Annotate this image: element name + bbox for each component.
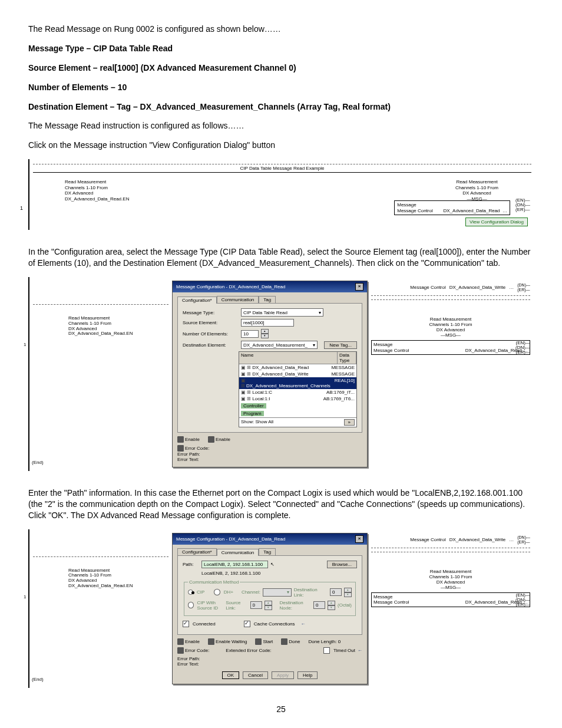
tab-configuration-2[interactable]: Configuration* bbox=[177, 548, 217, 555]
fig1-message-box: Message Message Control DX_Advanced_Data… bbox=[394, 200, 510, 215]
apply-button[interactable]: Apply bbox=[272, 671, 294, 679]
tab-communication-2[interactable]: Communication bbox=[217, 549, 259, 556]
message-type-label: Message Type: bbox=[183, 310, 239, 315]
expand-button[interactable]: » bbox=[344, 419, 355, 426]
num-elements-label: Number Of Elements: bbox=[183, 331, 239, 337]
msg-control-label: Message Control bbox=[410, 285, 445, 290]
paragraph-5: Enter the "Path" information. In this ca… bbox=[28, 487, 534, 521]
help-button[interactable]: Help bbox=[297, 671, 318, 679]
cip-src-radio[interactable] bbox=[188, 602, 194, 608]
close-icon[interactable]: × bbox=[355, 535, 363, 543]
figure-ladder-1: CIP Data Table Message Read Example 1 Re… bbox=[28, 159, 534, 230]
dialog-title: Message Configuration - DX_Advanced_Data… bbox=[176, 284, 285, 289]
num-elements-input[interactable] bbox=[241, 330, 259, 338]
dialog-title-2: Message Configuration - DX_Advanced_Data… bbox=[176, 536, 285, 542]
fig1-status-flags: (EN)—(DN)—(ER)— bbox=[515, 198, 530, 212]
tab-communication[interactable]: Communication bbox=[217, 296, 259, 303]
cache-checkbox[interactable] bbox=[244, 621, 250, 627]
spec-line-4: Destination Element – Tag – DX_Advanced_… bbox=[28, 101, 534, 113]
src-link-input[interactable] bbox=[250, 601, 262, 609]
message-type-select[interactable]: CIP Data Table Read▾ bbox=[241, 308, 323, 317]
message-config-dialog-2: Message Configuration - DX_Advanced_Data… bbox=[172, 533, 368, 684]
rung-number: 1 bbox=[20, 205, 23, 211]
view-config-dialog-button[interactable]: View Configuration Dialog bbox=[465, 218, 528, 226]
rung-number-3: 1 bbox=[24, 594, 26, 599]
timed-out-checkbox[interactable] bbox=[323, 647, 330, 654]
fig1-left-note: Read Measurement Channels 1-10 From DX A… bbox=[65, 179, 129, 202]
fig1-right-note: Read Measurement Channels 1-10 From DX A… bbox=[455, 179, 498, 202]
dest-element-label: Destination Element: bbox=[183, 342, 239, 348]
tag-row-selected[interactable]: ▣ ⊞DX_Advanced_Measurement_ChannelsREAL[… bbox=[239, 377, 356, 389]
arrow-icon: ← bbox=[301, 621, 306, 627]
new-tag-button[interactable]: New Tag... bbox=[324, 341, 357, 349]
tab-tag[interactable]: Tag bbox=[259, 296, 276, 303]
path-echo: LocalENB, 2, 192.168.1.100 bbox=[201, 571, 357, 576]
chevron-down-icon: ▾ bbox=[319, 310, 321, 315]
side-note: Read Measurement Channels 1-10 From DX A… bbox=[371, 317, 530, 338]
rung-end: (End) bbox=[32, 460, 44, 465]
chevron-down-icon: ▾ bbox=[313, 342, 315, 348]
tab-tag-2[interactable]: Tag bbox=[259, 548, 276, 555]
dest-link-input[interactable] bbox=[330, 588, 342, 596]
browse-button[interactable]: Browse... bbox=[327, 561, 357, 568]
ok-button[interactable]: OK bbox=[222, 671, 240, 679]
connected-checkbox[interactable] bbox=[183, 621, 189, 627]
fig2-left-note: Read Measurement Channels 1-10 From DX A… bbox=[68, 316, 133, 337]
dest-node-input[interactable] bbox=[313, 601, 325, 609]
path-input[interactable] bbox=[201, 561, 268, 568]
tab-configuration[interactable]: Configuration* bbox=[177, 297, 217, 304]
fig1-title: CIP Data Table Message Read Example bbox=[33, 166, 531, 171]
rung-end-3: (End) bbox=[32, 677, 44, 682]
cursor-icon: ↖ bbox=[270, 562, 275, 567]
close-icon[interactable]: × bbox=[355, 283, 363, 291]
msg-control-value: DX_Advanced_Data_Write bbox=[449, 285, 505, 290]
spec-line-1: Message Type – CIP Data Table Read bbox=[28, 43, 534, 54]
tag-browser[interactable]: NameData Type ▣ ⊞DX_Advanced_Data_ReadME… bbox=[239, 351, 357, 427]
page-number: 25 bbox=[28, 704, 534, 714]
comm-method-legend: Communication Method bbox=[188, 579, 240, 585]
paragraph-2: The Message Read instruction is configur… bbox=[28, 120, 534, 131]
source-element-label: Source Element: bbox=[183, 320, 239, 325]
num-elements-spinner[interactable]: ▴▾ bbox=[261, 329, 269, 338]
dest-element-select[interactable]: DX_Advanced_Measurement_▾ bbox=[241, 341, 318, 349]
intro-text: The Read Message on Rung 0002 is configu… bbox=[28, 24, 534, 35]
dh-radio[interactable] bbox=[214, 589, 220, 595]
rung-number-2: 1 bbox=[24, 342, 26, 347]
spec-line-3: Number of Elements – 10 bbox=[28, 82, 534, 93]
fig3-left-note: Read Measurement Channels 1-10 From DX A… bbox=[68, 568, 133, 589]
figure-config-dialog: Read Measurement Channels 1-10 From DX A… bbox=[28, 277, 534, 471]
cip-radio[interactable] bbox=[188, 589, 193, 595]
paragraph-3: Click on the Message instruction "View C… bbox=[28, 140, 534, 151]
cancel-button[interactable]: Cancel bbox=[243, 671, 268, 679]
figure-comm-dialog: Read Measurement Channels 1-10 From DX A… bbox=[28, 529, 534, 688]
path-label: Path: bbox=[183, 562, 199, 567]
paragraph-4: In the "Configuration area, select the M… bbox=[28, 246, 534, 269]
source-element-input[interactable] bbox=[241, 319, 294, 327]
spec-line-2: Source Element – real[1000] (DX Advanced… bbox=[28, 62, 534, 74]
message-config-dialog: Message Configuration - DX_Advanced_Data… bbox=[172, 281, 368, 467]
